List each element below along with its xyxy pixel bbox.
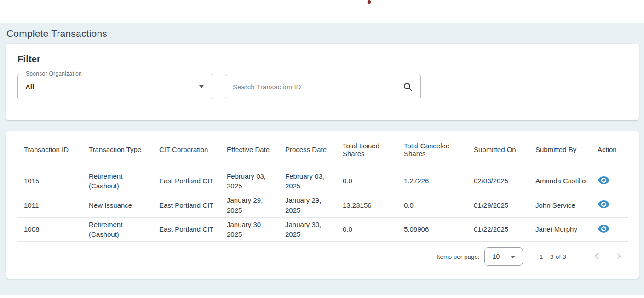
cell-submitted-on: 01/22/2025 bbox=[467, 217, 529, 242]
cell-transaction-id: 1011 bbox=[17, 193, 82, 218]
col-header-cit-corporation: CIT Corporation bbox=[152, 131, 220, 169]
cell-transaction-type: New Issuance bbox=[82, 193, 152, 218]
previous-page-button[interactable] bbox=[587, 247, 606, 266]
search-field-container bbox=[225, 74, 421, 99]
cell-process-date: January 29, 2025 bbox=[278, 193, 336, 218]
view-transaction-button[interactable] bbox=[598, 222, 610, 235]
col-header-submitted-on: Submitted On bbox=[467, 131, 529, 169]
cell-cit-corporation: East Portland CIT bbox=[152, 193, 220, 218]
cell-process-date: February 03, 2025 bbox=[278, 169, 336, 193]
eye-icon bbox=[598, 205, 610, 212]
cell-cit-corporation: East Portland CIT bbox=[152, 169, 220, 193]
view-transaction-button[interactable] bbox=[598, 174, 610, 187]
chevron-left-icon bbox=[591, 251, 602, 263]
filter-card: Filter Sponsor Organization All bbox=[6, 44, 639, 120]
filter-heading: Filter bbox=[17, 54, 627, 64]
col-header-transaction-id: Transaction ID bbox=[17, 131, 82, 169]
paginator: Items per page: 10 1 – 3 of 3 bbox=[17, 243, 628, 270]
page-size-select[interactable]: 10 bbox=[484, 247, 523, 266]
cell-cit-corporation: East Portland CIT bbox=[152, 217, 220, 242]
col-header-submitted-by: Submitted By bbox=[529, 131, 591, 169]
cell-action bbox=[591, 169, 628, 193]
col-header-total-issued-shares: Total Issued Shares bbox=[336, 131, 397, 169]
table-row: 1015 Retirement (Cashout) East Portland … bbox=[17, 169, 628, 193]
table-row: 1011 New Issuance East Portland CIT Janu… bbox=[17, 193, 628, 218]
page-title: Complete Transactions bbox=[0, 23, 644, 44]
cell-submitted-by: Janet Murphy bbox=[529, 217, 591, 242]
cell-total-issued-shares: 0.0 bbox=[336, 217, 397, 242]
cell-total-canceled-shares: 5.08906 bbox=[397, 217, 467, 242]
cell-action bbox=[591, 217, 628, 242]
view-transaction-button[interactable] bbox=[598, 198, 610, 210]
cell-effective-date: January 29, 2025 bbox=[220, 193, 278, 218]
page-background: Complete Transactions Filter Sponsor Org… bbox=[0, 23, 644, 295]
page-range-label: 1 – 3 of 3 bbox=[540, 253, 566, 260]
transactions-table-card: Transaction ID Transaction Type CIT Corp… bbox=[6, 131, 639, 279]
cell-submitted-by: Amanda Castillo bbox=[529, 169, 591, 193]
chevron-down-icon bbox=[199, 85, 204, 88]
cell-process-date: January 30, 2025 bbox=[278, 217, 336, 242]
col-header-transaction-type: Transaction Type bbox=[82, 131, 152, 169]
eye-icon bbox=[598, 229, 610, 236]
col-header-effective-date: Effective Date bbox=[220, 131, 278, 169]
col-header-process-date: Process Date bbox=[278, 131, 336, 169]
chevron-right-icon bbox=[613, 251, 624, 263]
table-row: 1008 Retirement (Cashout) East Portland … bbox=[17, 217, 628, 242]
search-transaction-id-input[interactable] bbox=[225, 74, 391, 99]
col-header-action: Action bbox=[591, 131, 628, 169]
sponsor-organization-select[interactable]: Sponsor Organization All bbox=[17, 74, 213, 99]
cell-submitted-by: John Service bbox=[529, 193, 591, 218]
cell-transaction-id: 1008 bbox=[17, 217, 82, 242]
sponsor-organization-value: All bbox=[18, 83, 34, 91]
cell-total-canceled-shares: 0.0 bbox=[397, 193, 467, 218]
recording-indicator-dot bbox=[368, 0, 371, 4]
search-icon[interactable] bbox=[402, 82, 413, 94]
cell-total-issued-shares: 13.23156 bbox=[336, 193, 397, 218]
cell-effective-date: February 03, 2025 bbox=[220, 169, 278, 193]
transactions-table: Transaction ID Transaction Type CIT Corp… bbox=[17, 131, 628, 242]
cell-effective-date: January 30, 2025 bbox=[220, 217, 278, 242]
cell-transaction-type: Retirement (Cashout) bbox=[82, 217, 152, 242]
cell-submitted-on: 01/29/2025 bbox=[467, 193, 529, 218]
cell-transaction-type: Retirement (Cashout) bbox=[82, 169, 152, 193]
sponsor-organization-label: Sponsor Organization bbox=[23, 70, 84, 77]
cell-total-canceled-shares: 1.27226 bbox=[397, 169, 467, 193]
cell-transaction-id: 1015 bbox=[17, 169, 82, 193]
cell-submitted-on: 02/03/2025 bbox=[467, 169, 529, 193]
table-body: 1015 Retirement (Cashout) East Portland … bbox=[17, 169, 628, 242]
items-per-page-label: Items per page: bbox=[437, 253, 480, 260]
eye-icon bbox=[598, 181, 610, 188]
page-size-value: 10 bbox=[485, 253, 500, 260]
next-page-button[interactable] bbox=[610, 247, 628, 266]
cell-action bbox=[591, 193, 628, 218]
chevron-down-icon bbox=[511, 256, 515, 258]
table-header-row: Transaction ID Transaction Type CIT Corp… bbox=[17, 131, 628, 169]
col-header-total-canceled-shares: Total Canceled Shares bbox=[397, 131, 467, 169]
cell-total-issued-shares: 0.0 bbox=[336, 169, 397, 193]
